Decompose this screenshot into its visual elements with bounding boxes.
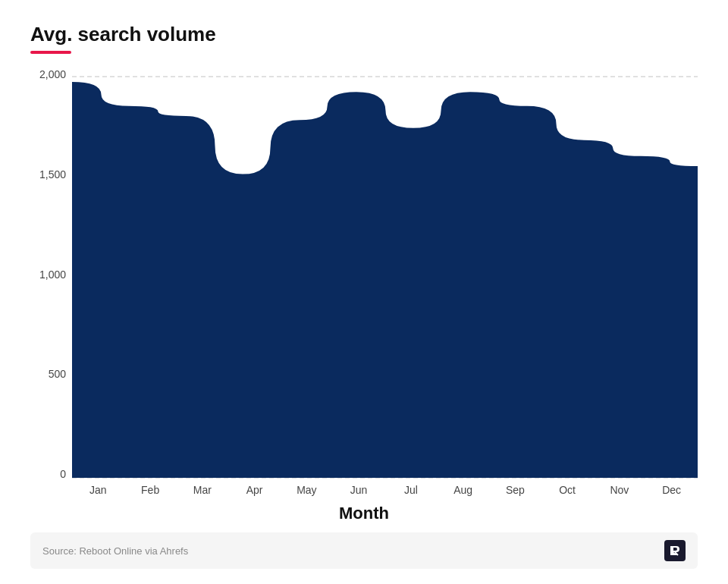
y-label: 0	[30, 469, 72, 479]
source-text: Source: Reboot Online via Ahrefs	[42, 545, 188, 557]
x-label: May	[281, 484, 333, 496]
y-label: 1,000	[30, 269, 72, 280]
y-axis: 2,0001,5001,0005000	[30, 69, 72, 479]
x-axis-title: Month	[30, 504, 698, 523]
plot-area	[72, 69, 698, 479]
x-label: Jul	[385, 484, 438, 496]
x-label: Jun	[333, 484, 385, 496]
x-label: Dec	[645, 484, 698, 496]
title-underline	[30, 51, 71, 54]
y-label: 2,000	[30, 69, 72, 80]
source-bar: Source: Reboot Online via Ahrefs	[30, 532, 698, 569]
y-label: 1,500	[30, 169, 72, 180]
reboot-logo-icon	[664, 540, 686, 561]
x-axis: JanFebMarAprMayJunJulAugSepOctNovDec	[72, 479, 698, 496]
x-label: Oct	[541, 484, 594, 496]
x-label: Mar	[177, 484, 229, 496]
x-label: Jan	[72, 484, 124, 496]
chart-title: Avg. search volume	[30, 23, 698, 46]
x-label: Sep	[489, 484, 541, 496]
x-label: Feb	[124, 484, 177, 496]
x-label: Nov	[594, 484, 646, 496]
chart-area: 2,0001,5001,0005000 JanFebMarAprMayJunJu…	[30, 69, 698, 529]
y-label: 500	[30, 369, 72, 379]
x-label: Aug	[437, 484, 489, 496]
chart-main: 2,0001,5001,0005000	[30, 69, 698, 479]
x-label: Apr	[228, 484, 281, 496]
